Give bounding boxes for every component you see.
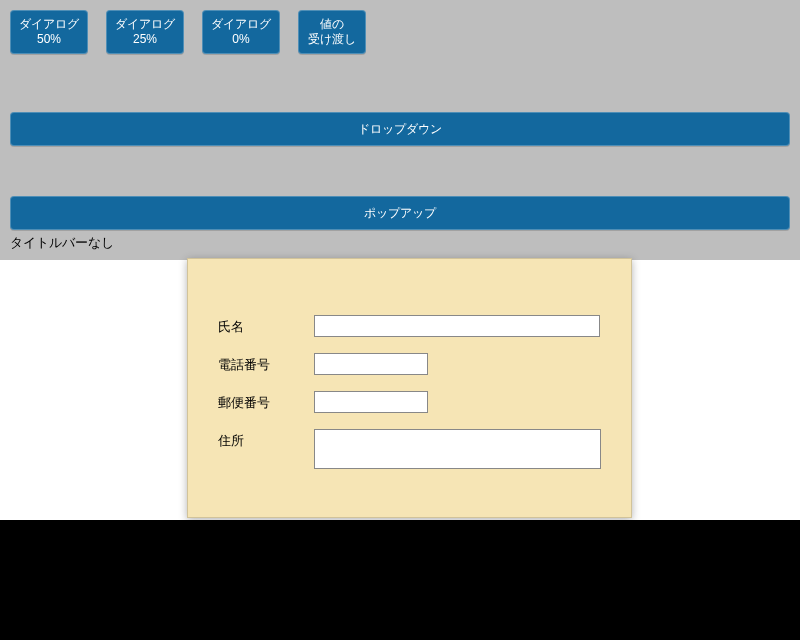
dialog-button-row: ダイアログ 50% ダイアログ 25% ダイアログ 0% 値の 受け渡し xyxy=(10,10,790,54)
form-row-address: 住所 xyxy=(218,429,601,469)
button-label: ドロップダウン xyxy=(358,122,442,137)
dropdown-button[interactable]: ドロップダウン xyxy=(10,112,790,146)
contact-form: 氏名 電話番号 郵便番号 住所 xyxy=(188,259,631,489)
dialog-25-button[interactable]: ダイアログ 25% xyxy=(106,10,184,54)
form-dialog: 氏名 電話番号 郵便番号 住所 xyxy=(187,258,632,518)
button-label-line1: ダイアログ xyxy=(211,17,271,32)
name-label: 氏名 xyxy=(218,315,314,336)
button-label: ポップアップ xyxy=(364,206,436,221)
name-input[interactable] xyxy=(314,315,600,337)
dialog-0-button[interactable]: ダイアログ 0% xyxy=(202,10,280,54)
form-row-zip: 郵便番号 xyxy=(218,391,601,413)
pass-value-button[interactable]: 値の 受け渡し xyxy=(298,10,366,54)
popup-button[interactable]: ポップアップ xyxy=(10,196,790,230)
zip-label: 郵便番号 xyxy=(218,391,314,412)
form-row-tel: 電話番号 xyxy=(218,353,601,375)
address-input[interactable] xyxy=(314,429,601,469)
no-titlebar-caption: タイトルバーなし xyxy=(10,234,790,252)
button-label-line2: 0% xyxy=(232,32,249,47)
demo-panel: ダイアログ 50% ダイアログ 25% ダイアログ 0% 値の 受け渡し ドロッ… xyxy=(0,0,800,260)
button-label-line1: 値の xyxy=(320,17,344,32)
button-label-line1: ダイアログ xyxy=(19,17,79,32)
zip-input[interactable] xyxy=(314,391,428,413)
address-label: 住所 xyxy=(218,429,314,450)
tel-input[interactable] xyxy=(314,353,428,375)
dialog-50-button[interactable]: ダイアログ 50% xyxy=(10,10,88,54)
app-stage: ダイアログ 50% ダイアログ 25% ダイアログ 0% 値の 受け渡し ドロッ… xyxy=(0,0,800,520)
popup-button-block: ポップアップ タイトルバーなし xyxy=(10,196,790,252)
button-label-line2: 50% xyxy=(37,32,61,47)
form-row-name: 氏名 xyxy=(218,315,601,337)
button-label-line2: 25% xyxy=(133,32,157,47)
button-label-line1: ダイアログ xyxy=(115,17,175,32)
tel-label: 電話番号 xyxy=(218,353,314,374)
dropdown-button-block: ドロップダウン xyxy=(10,112,790,146)
button-label-line2: 受け渡し xyxy=(308,32,356,47)
